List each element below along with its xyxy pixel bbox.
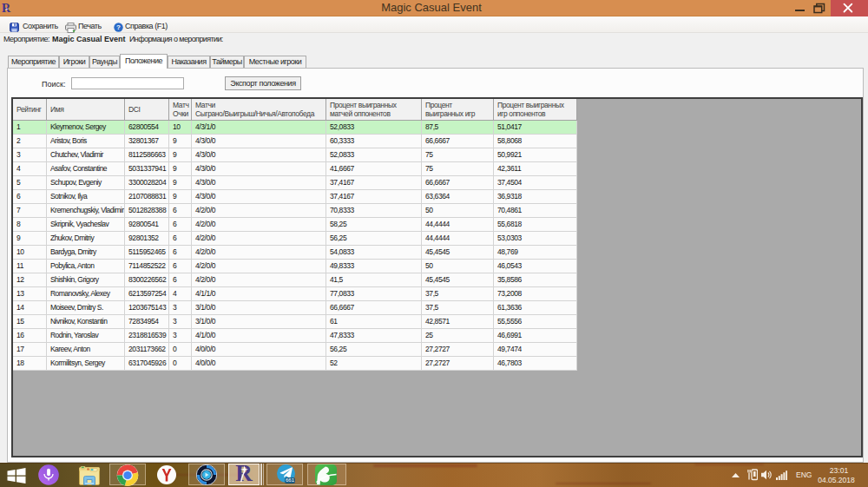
svg-text:?: ? bbox=[116, 23, 121, 31]
